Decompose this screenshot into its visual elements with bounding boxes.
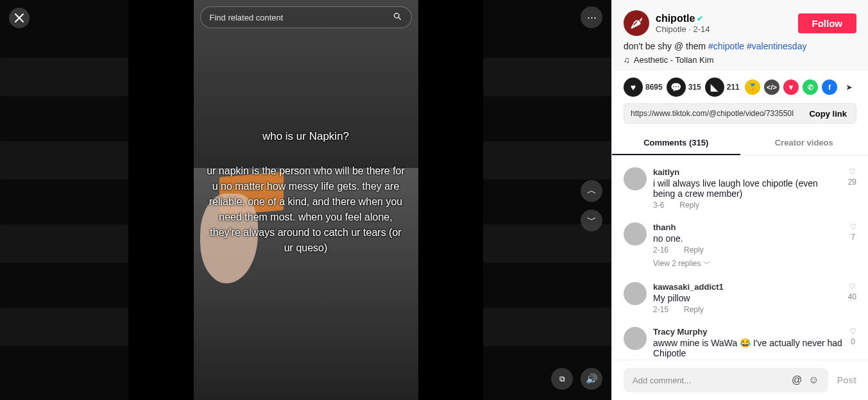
prev-video-button[interactable]: ︿ xyxy=(581,180,602,202)
comment-input[interactable]: Add comment... @ ☺ xyxy=(624,368,828,392)
chevron-down-icon: ﹀ xyxy=(703,259,711,268)
share-icons-row: 🏅</>▼✆f➤ xyxy=(745,79,856,95)
share-icon[interactable]: ▼ xyxy=(783,79,799,95)
pip-button[interactable]: ⧉ xyxy=(551,368,573,390)
side-panel: 🌶 chipotle ✔ Chipotle · 2-14 Follow don'… xyxy=(611,0,868,400)
account-name: Chipotle xyxy=(656,24,686,34)
comment-date: 3-6 xyxy=(653,201,664,210)
comment-username[interactable]: kawasaki_addict1 xyxy=(653,282,842,292)
share-icon[interactable]: </> xyxy=(764,79,779,95)
volume-icon: 🔊 xyxy=(586,373,598,385)
video-caption: who is ur Napkin? ur napkin is the perso… xyxy=(194,128,418,256)
tab-comments[interactable]: Comments (315) xyxy=(612,131,740,155)
heart-icon: ♡ xyxy=(849,167,856,176)
like-comment-button[interactable]: ♡7 xyxy=(849,222,856,269)
comment-item: thanh no one. 2-16Reply View 2 replies ﹀… xyxy=(624,216,856,276)
video-player-area: Find related content ⋯ ︿ ﹀ ⧉ 🔊 who is ur… xyxy=(0,0,611,400)
pip-icon: ⧉ xyxy=(559,374,565,383)
like-comment-button[interactable]: ♡29 xyxy=(848,167,856,210)
comment-text: My pillow xyxy=(653,293,842,303)
comment-date: 2-16 xyxy=(653,246,668,254)
mention-icon[interactable]: @ xyxy=(792,374,802,386)
heart-icon: ♡ xyxy=(849,222,856,231)
comment-icon: 💬 xyxy=(667,78,686,97)
comment-item: Tracy Murphy awww mine is WaWa 😂 I've ac… xyxy=(624,321,856,360)
next-video-button[interactable]: ﹀ xyxy=(581,210,602,231)
like-stat[interactable]: ♥8695 xyxy=(624,78,663,97)
bookmark-stat[interactable]: ◣211 xyxy=(705,78,740,97)
post-button[interactable]: Post xyxy=(837,375,856,385)
search-icon xyxy=(393,12,402,23)
comment-item: kaitlyn i will always live laugh love ch… xyxy=(624,161,856,216)
avatar[interactable] xyxy=(624,222,647,246)
reply-button[interactable]: Reply xyxy=(684,305,704,314)
video-description: don't be shy @ them #chipotle #valentine… xyxy=(624,36,856,55)
svg-point-0 xyxy=(394,13,399,19)
comment-stat[interactable]: 💬315 xyxy=(667,78,701,97)
avatar[interactable] xyxy=(624,282,647,305)
emoji-icon[interactable]: ☺ xyxy=(808,374,819,386)
tab-creator-videos[interactable]: Creator videos xyxy=(740,131,869,155)
comment-text: no one. xyxy=(653,233,843,244)
comment-text: awww mine is WaWa 😂 I've actually never … xyxy=(653,338,843,358)
music-icon: ♫ xyxy=(624,55,630,65)
avatar[interactable]: 🌶 xyxy=(624,10,649,36)
video-url-input[interactable] xyxy=(624,104,800,123)
chevron-down-icon: ﹀ xyxy=(587,214,597,226)
follow-button[interactable]: Follow xyxy=(798,13,857,33)
comment-username[interactable]: kaitlyn xyxy=(653,167,842,177)
search-input[interactable]: Find related content xyxy=(200,6,412,28)
comment-username[interactable]: thanh xyxy=(653,222,843,232)
music-link[interactable]: ♫ Aesthetic - Tollan Kim xyxy=(624,55,856,65)
chevron-up-icon: ︿ xyxy=(587,185,597,197)
hashtag[interactable]: #chipotle xyxy=(708,41,744,51)
volume-button[interactable]: 🔊 xyxy=(581,368,602,390)
comment-item: kawasaki_addict1 My pillow 2-15Reply ♡40 xyxy=(624,276,856,321)
bookmark-icon: ◣ xyxy=(705,78,724,97)
heart-icon: ♥ xyxy=(624,78,643,97)
avatar[interactable] xyxy=(624,327,647,350)
search-placeholder: Find related content xyxy=(210,13,284,22)
view-replies-button[interactable]: View 2 replies ﹀ xyxy=(653,258,843,269)
reply-button[interactable]: Reply xyxy=(684,246,704,254)
copy-link-button[interactable]: Copy link xyxy=(800,104,856,123)
comment-date: 2-15 xyxy=(653,305,668,314)
post-date: 2-14 xyxy=(694,24,710,34)
heart-icon: ♡ xyxy=(849,282,856,291)
comment-text: i will always live laugh love chipotle (… xyxy=(653,178,842,199)
verified-icon: ✔ xyxy=(697,14,703,23)
share-icon[interactable]: f xyxy=(822,79,837,95)
comment-username[interactable]: Tracy Murphy xyxy=(653,327,843,337)
account-handle[interactable]: chipotle xyxy=(656,13,695,24)
heart-icon: ♡ xyxy=(849,327,856,336)
comments-list: kaitlyn i will always live laugh love ch… xyxy=(612,156,868,360)
avatar[interactable] xyxy=(624,167,647,190)
share-icon[interactable]: 🏅 xyxy=(745,79,760,95)
close-icon xyxy=(14,13,24,23)
like-comment-button[interactable]: ♡40 xyxy=(848,282,856,314)
video-frame[interactable]: who is ur Napkin? ur napkin is the perso… xyxy=(194,0,418,400)
reply-button[interactable]: Reply xyxy=(679,201,699,210)
share-icon[interactable]: ➤ xyxy=(841,79,856,95)
share-icon[interactable]: ✆ xyxy=(803,79,818,95)
like-comment-button[interactable]: ♡0 xyxy=(849,327,856,360)
ellipsis-icon: ⋯ xyxy=(587,12,597,23)
hashtag[interactable]: #valentinesday xyxy=(747,41,806,51)
more-button[interactable]: ⋯ xyxy=(581,6,602,28)
close-button[interactable] xyxy=(9,8,30,28)
